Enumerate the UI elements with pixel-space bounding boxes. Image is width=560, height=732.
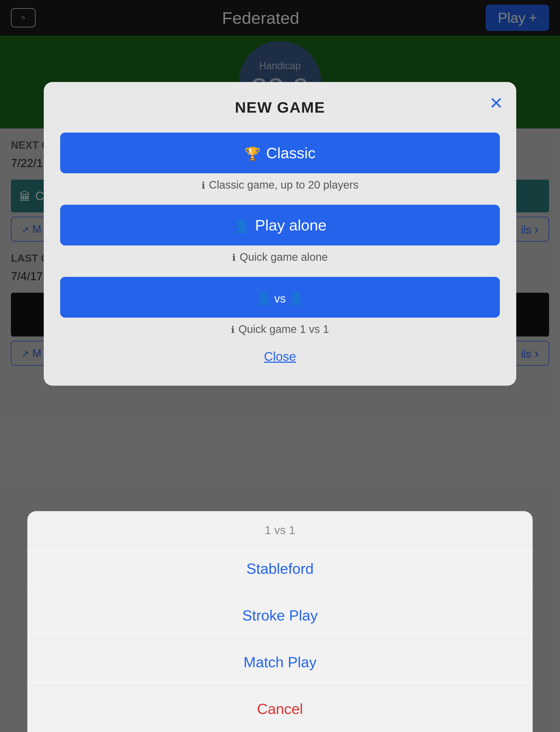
play-alone-button[interactable]: Play alone — [60, 205, 500, 246]
stableford-option[interactable]: Stableford — [27, 545, 533, 592]
info-icon-1 — [202, 179, 205, 191]
close-link[interactable]: Close — [60, 349, 500, 364]
cancel-option[interactable]: Cancel — [27, 686, 533, 732]
match-play-option[interactable]: Match Play — [27, 639, 533, 686]
info-icon-2 — [232, 251, 236, 263]
vs-icon — [257, 289, 303, 306]
stroke-play-option[interactable]: Stroke Play — [27, 592, 533, 639]
info-icon-3 — [231, 323, 235, 336]
play-alone-label: Play alone — [255, 216, 327, 234]
vs-info: Quick game 1 vs 1 — [60, 323, 500, 336]
action-sheet: 1 vs 1 Stableford Stroke Play Match Play… — [27, 511, 533, 732]
person-icon — [234, 216, 250, 234]
modal-title: NEW GAME — [60, 98, 500, 116]
action-sheet-header: 1 vs 1 — [27, 511, 533, 545]
classic-button[interactable]: Classic — [60, 133, 500, 173]
classic-button-label: Classic — [266, 144, 315, 162]
classic-info: Classic game, up to 20 players — [60, 179, 500, 191]
play-alone-info: Quick game alone — [60, 251, 500, 263]
trophy-icon — [244, 144, 261, 162]
modal-close-button[interactable]: × — [490, 92, 503, 114]
new-game-modal: × NEW GAME Classic Classic game, up to 2… — [44, 82, 516, 386]
vs-button[interactable] — [60, 277, 500, 318]
